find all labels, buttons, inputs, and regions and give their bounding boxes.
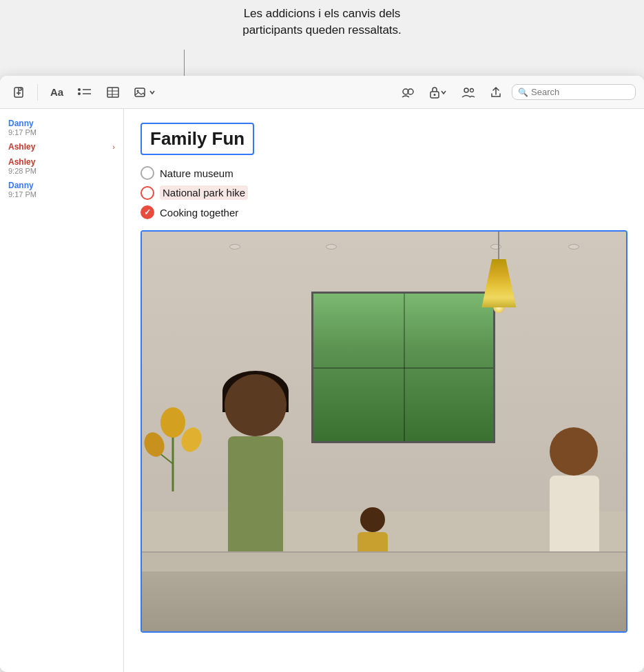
doc-photo [141,230,627,633]
svg-point-15 [464,88,468,92]
sidebar-author-danny-2: Danny [8,181,115,190]
sidebar-author-danny-1: Danny [8,119,115,128]
lamp-shade [481,259,516,307]
window-view [311,292,495,443]
check-circle-hike[interactable] [141,186,154,200]
checklist-text-hike: National park hike [160,185,248,200]
separator-1 [37,84,38,101]
light-1 [229,244,240,250]
new-document-button[interactable] [8,83,29,101]
doc-title-block: Family Fun [141,123,254,155]
checklist-item-cooking: ✓ Cooking together [141,205,627,219]
svg-point-19 [160,407,185,438]
kitchen-scene [142,232,626,631]
sidebar: Danny 9:17 PM Ashley › Ashley 9:28 PM Da… [0,109,124,672]
svg-point-14 [434,94,436,96]
sidebar-entry-ashley-2[interactable]: Ashley 9:28 PM [0,154,123,178]
new-doc-icon [12,86,25,99]
sidebar-time-danny-1: 9:17 PM [8,128,115,136]
checklist-item-hike: National park hike [141,185,627,200]
kitchen-photo [142,232,626,631]
search-input[interactable] [531,87,627,97]
share-icon [490,86,502,99]
doc-title: Family Fun [150,128,245,150]
check-circle-nature[interactable] [141,166,154,180]
chevron-down-icon [149,89,156,96]
lock-button[interactable] [425,83,451,101]
sidebar-author-ashley-2: Ashley [8,157,115,167]
share-export-button[interactable] [486,83,506,101]
flowers-svg [142,402,204,491]
check-circle-cooking[interactable]: ✓ [141,205,154,219]
sidebar-entry-danny-1[interactable]: Danny 9:17 PM [0,116,123,139]
format-text-label: Aa [50,86,63,98]
table-icon [106,86,120,99]
collab-icon [400,86,415,99]
sidebar-entry-ashley-arrow[interactable]: Ashley › [0,139,123,154]
pendant-lamp [478,232,519,313]
sidebar-entry-danny-2[interactable]: Danny 9:17 PM [0,178,123,201]
tooltip-callout: Les addicions i els canvis dels particip… [0,0,644,39]
toolbar: Aa [0,76,644,109]
content-area: Danny 9:17 PM Ashley › Ashley 9:28 PM Da… [0,109,644,672]
lock-chevron-icon [440,89,447,96]
list-icon [77,86,92,99]
arrow-right-icon: › [112,143,115,151]
light-2 [326,244,337,250]
search-box[interactable]: 🔍 [512,84,636,100]
media-icon [134,86,149,99]
search-icon: 🔍 [518,88,528,97]
flowers [142,402,204,491]
lamp-cord [498,232,499,259]
checklist-text-cooking: Cooking together [160,207,238,218]
svg-rect-5 [107,88,118,97]
checklist-text-nature: Nature museum [160,167,233,179]
checklist: Nature museum National park hike ✓ Cooki… [141,166,627,219]
svg-point-20 [142,429,167,459]
tooltip-line1: Les addicions i els canvis dels [0,6,644,22]
svg-point-16 [470,88,474,92]
share-people-button[interactable] [457,83,480,101]
main-window: Aa [0,76,644,672]
table-button[interactable] [102,83,124,101]
figure-man-head [225,374,287,436]
svg-point-3 [78,92,81,95]
sidebar-time-ashley-2: 9:28 PM [8,167,115,175]
checklist-item-nature: Nature museum [141,166,627,180]
list-style-button[interactable] [73,83,96,101]
svg-point-10 [137,90,139,92]
lock-icon [429,86,440,99]
document-area: Family Fun Nature museum National park h… [124,109,644,672]
light-4 [568,244,579,250]
tooltip-line2: participants queden ressaltats. [0,22,644,39]
svg-rect-9 [135,88,145,96]
floor [142,571,626,631]
svg-point-1 [78,88,81,91]
collaboration-button[interactable] [396,83,419,101]
format-text-button[interactable]: Aa [46,83,67,101]
sidebar-author-ashley-1: Ashley [8,142,35,152]
checkmark-icon: ✓ [144,207,151,217]
people-icon [461,86,476,99]
media-button[interactable] [129,83,160,101]
sidebar-time-danny-2: 9:17 PM [8,190,115,198]
